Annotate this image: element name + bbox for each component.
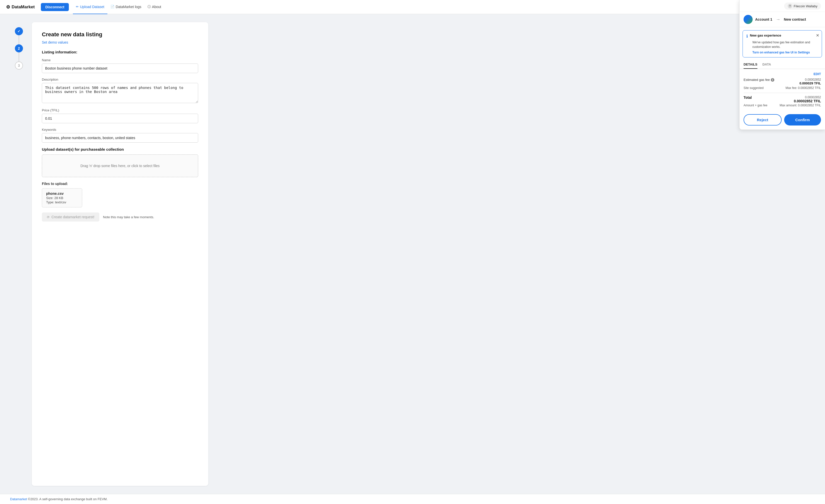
gas-fee-small: 0.00002852 (800, 78, 821, 81)
steps-sidebar: ✓ 2 3 (10, 22, 28, 486)
details-tabs: DETAILS DATA (740, 61, 825, 69)
step-3-circle: 3 (15, 62, 23, 70)
gas-info-icon: ℹ (771, 78, 774, 82)
description-label: Description (42, 78, 198, 81)
edit-link[interactable]: EDIT (744, 72, 821, 76)
info-icon: ℹ (746, 34, 748, 38)
total-row: Total 0.00002852 0.00002852 TFIL (744, 95, 821, 103)
dropzone-text: Drag 'n' drop some files here, or click … (80, 164, 160, 168)
gas-details: EDIT Estimated gas fee ℹ 0.00002852 0.00… (740, 69, 825, 114)
reject-button[interactable]: Reject (744, 114, 781, 125)
step-2-label: 2 (18, 47, 20, 51)
step-2-circle: 2 (15, 45, 23, 53)
max-amount-label: Max amount: (779, 103, 797, 107)
disconnect-button[interactable]: Disconnect (41, 3, 69, 11)
files-label: Files to upload: (42, 182, 198, 186)
footer: Datamarket ©2023. A self-governing data … (0, 494, 825, 504)
step-2: 2 (15, 45, 23, 62)
logo-text: DataMarket (12, 5, 35, 10)
price-field-group: Price (TFIL) (42, 108, 198, 123)
name-field-group: Name (42, 58, 198, 73)
divider (744, 93, 821, 93)
nav-upload-dataset[interactable]: ✏ Upload Dataset (73, 0, 107, 14)
logo-icon: ⚙ (6, 4, 10, 10)
gas-fee-values: 0.00002852 0.000029 TFIL (800, 78, 821, 85)
wallet-icon: ? (788, 4, 792, 8)
upload-dataset-label: Upload Dataset (80, 5, 104, 9)
total-main: 0.00002852 TFIL (794, 99, 821, 103)
nav-datamarket-logs[interactable]: 📄 DataMarket logs (107, 0, 145, 14)
wallet-badge: ? Filecoin Wallaby (784, 3, 821, 10)
site-suggested-row: Site suggested Max fee: 0.00002852 TFIL (744, 86, 821, 90)
step-1-label: ✓ (17, 29, 20, 33)
max-fee-label: Max fee: (785, 86, 797, 90)
step-line-2 (19, 53, 19, 62)
gas-fee-label: Estimated gas fee ℹ (744, 78, 774, 82)
max-amount-value: Max amount: 0.00002852 TFIL (779, 103, 821, 107)
account-avatar (744, 15, 753, 24)
wallet-badge-label: Filecoin Wallaby (794, 4, 817, 8)
description-field-group: Description This dataset contains 500 ro… (42, 78, 198, 104)
step-3: 3 (15, 62, 23, 70)
description-textarea[interactable]: This dataset contains 500 rows of names … (42, 83, 198, 103)
nav-about[interactable]: ⓘ About (145, 0, 164, 14)
gas-fee-row: Estimated gas fee ℹ 0.00002852 0.000029 … (744, 78, 821, 85)
max-amount-value-text: 0.00002852 TFIL (798, 103, 821, 107)
create-note: Note this may take a few moments. (103, 215, 154, 219)
logs-icon: 📄 (110, 5, 115, 9)
wallet-popup: ? Filecoin Wallaby Account 1 → New contr… (739, 0, 825, 130)
new-contract-label: New contract (784, 17, 806, 21)
footer-link[interactable]: Datamarket (10, 497, 27, 501)
total-small: 0.00002852 (794, 95, 821, 99)
main-content: ✓ 2 3 Create new data listing Set demo v… (0, 14, 825, 494)
price-label: Price (TFIL) (42, 108, 198, 112)
tab-data[interactable]: DATA (762, 61, 771, 69)
tab-details[interactable]: DETAILS (744, 61, 757, 69)
about-label: About (152, 5, 161, 9)
name-input[interactable] (42, 64, 198, 73)
confirm-button[interactable]: Confirm (784, 114, 821, 125)
keywords-label: Keywords (42, 128, 198, 132)
file-size: Size: 28 KB (46, 196, 78, 200)
step-1: ✓ (15, 27, 23, 45)
step-3-label: 3 (18, 64, 20, 68)
logs-label: DataMarket logs (116, 5, 141, 9)
gas-fee-label-text: Estimated gas fee (744, 78, 770, 82)
amount-gas-row: Amount + gas fee Max amount: 0.00002852 … (744, 103, 821, 107)
upload-icon: ✏ (76, 5, 79, 9)
header: ⚙ DataMarket Disconnect ✏ Upload Dataset… (0, 0, 825, 14)
create-btn-label: Create datamarket request! (52, 215, 94, 219)
wallet-actions: Reject Confirm (740, 114, 825, 130)
gas-notice: ✕ ℹ New gas experience We've updated how… (743, 30, 822, 58)
gas-notice-close-button[interactable]: ✕ (816, 33, 819, 38)
file-name: phone.csv (46, 191, 78, 195)
gas-notice-link[interactable]: Turn on enhanced gas fee UI in Settings (752, 51, 818, 54)
gas-notice-text: We've updated how gas fee estimation and… (752, 40, 818, 49)
listing-section-title: Listing information: (42, 50, 198, 54)
gas-notice-header: ℹ New gas experience (746, 33, 818, 38)
account-name: Account 1 (755, 17, 772, 21)
file-type: Type: text/csv (46, 200, 78, 204)
loading-icon: ⟳ (47, 215, 50, 219)
price-input[interactable] (42, 114, 198, 123)
max-fee-value-text: 0.00002852 TFIL (798, 86, 821, 90)
logo: ⚙ DataMarket (6, 4, 35, 10)
arrow-icon: → (776, 17, 780, 22)
step-line-1 (19, 35, 19, 45)
amount-gas-label: Amount + gas fee (744, 103, 767, 107)
gas-fee-main: 0.000029 TFIL (800, 81, 821, 85)
dropzone[interactable]: Drag 'n' drop some files here, or click … (42, 155, 198, 177)
name-label: Name (42, 58, 198, 62)
keywords-field-group: Keywords (42, 128, 198, 143)
create-btn-row: ⟳ Create datamarket request! Note this m… (42, 213, 198, 222)
keywords-input[interactable] (42, 133, 198, 143)
create-request-button[interactable]: ⟳ Create datamarket request! (42, 213, 99, 222)
total-values: 0.00002852 0.00002852 TFIL (794, 95, 821, 103)
footer-suffix: ©2023. A self-governing data exchange bu… (27, 497, 108, 501)
form-container: Create new data listing Set demo values … (32, 22, 208, 486)
total-label: Total (744, 95, 752, 99)
site-suggested-label: Site suggested (744, 86, 763, 90)
file-item: phone.csv Size: 28 KB Type: text/csv (42, 188, 82, 207)
demo-values-link[interactable]: Set demo values (42, 40, 68, 45)
form-title: Create new data listing (42, 31, 198, 38)
